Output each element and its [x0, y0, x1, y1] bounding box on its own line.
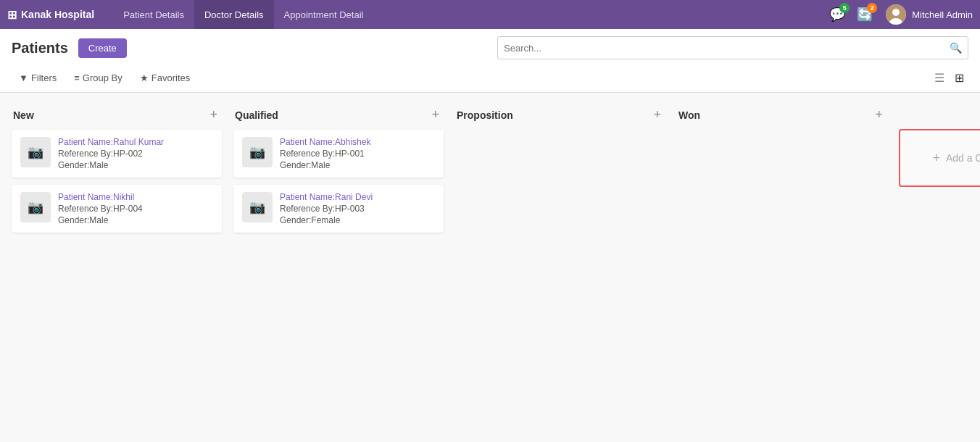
col-header-proposition: Proposition +	[455, 104, 665, 130]
col-title-won: Won	[678, 109, 700, 121]
kanban-view-button[interactable]: ⊞	[950, 68, 968, 88]
card-avatar-abhishek: 📷	[242, 137, 273, 167]
refresh-badge: 2	[867, 3, 877, 13]
groupby-button[interactable]: ≡ Group By	[67, 70, 130, 86]
search-bar: 🔍	[497, 36, 968, 59]
avatar[interactable]	[886, 4, 906, 25]
col-title-new: New	[13, 109, 34, 121]
card-name-rahul: Patient Name:Rahul Kumar	[58, 137, 213, 147]
right-icons: 💬 5 🔄 2 Mitchell Admin	[829, 4, 973, 25]
add-column-plus: +	[932, 151, 940, 166]
username[interactable]: Mitchell Admin	[912, 9, 973, 20]
nav-links: Patient Details Doctor Details Appointme…	[113, 0, 373, 29]
header-area: Patients Create 🔍 ▼ Filters ≡ Group By ★…	[0, 29, 980, 93]
app-logo[interactable]: ⊞ Kanak Hospital	[7, 8, 94, 22]
col-add-proposition[interactable]: +	[650, 107, 664, 122]
header-top: Patients Create 🔍	[0, 29, 980, 65]
column-proposition: Proposition +	[455, 104, 665, 130]
card-info-abhishek: Patient Name:Abhishek Reference By:HP-00…	[280, 137, 435, 170]
list-view-button[interactable]: ☰	[930, 68, 949, 88]
search-icon[interactable]: 🔍	[950, 42, 962, 54]
nav-doctor-details[interactable]: Doctor Details	[194, 0, 274, 29]
camera-icon-2: 📷	[28, 199, 43, 215]
card-ref-abhishek: Reference By:HP-001	[280, 149, 435, 159]
card-name-nikhil: Patient Name:Nikhil	[58, 192, 213, 202]
svg-point-1	[892, 9, 900, 16]
favorites-label: Favorites	[151, 72, 190, 83]
grid-icon: ⊞	[7, 8, 17, 22]
card-nikhil[interactable]: 📷 Patient Name:Nikhil Reference By:HP-00…	[12, 185, 222, 233]
header-bottom: ▼ Filters ≡ Group By ★ Favorites ☰ ⊞	[0, 65, 980, 92]
kanban-board: New + 📷 Patient Name:Rahul Kumar Referen…	[0, 93, 980, 436]
col-label-proposition: Proposition	[457, 109, 513, 121]
col-header-qualified: Qualified +	[233, 104, 444, 130]
column-won: Won +	[677, 104, 887, 130]
groupby-label: Group By	[83, 72, 122, 83]
card-name-rani: Patient Name:Rani Devi	[280, 192, 435, 202]
search-input[interactable]	[504, 43, 950, 54]
add-column-button[interactable]: + Add a Column	[899, 129, 980, 187]
column-new: New + 📷 Patient Name:Rahul Kumar Referen…	[12, 104, 222, 240]
card-gender-nikhil: Gender:Male	[58, 215, 213, 225]
col-header-won: Won +	[677, 104, 887, 130]
camera-icon-3: 📷	[249, 144, 265, 160]
col-add-won[interactable]: +	[872, 107, 886, 122]
nav-appointment-detail[interactable]: Appointment Detail	[274, 0, 374, 29]
card-name-abhishek: Patient Name:Abhishek	[280, 137, 435, 147]
col-label-qualified: Qualified	[235, 109, 278, 121]
top-navigation: ⊞ Kanak Hospital Patient Details Doctor …	[0, 0, 980, 29]
card-ref-nikhil: Reference By:HP-004	[58, 204, 213, 214]
create-button[interactable]: Create	[78, 38, 127, 58]
filter-group: ▼ Filters ≡ Group By ★ Favorites	[12, 70, 197, 86]
card-info-rahul: Patient Name:Rahul Kumar Reference By:HP…	[58, 137, 213, 170]
card-abhishek[interactable]: 📷 Patient Name:Abhishek Reference By:HP-…	[233, 130, 444, 178]
card-avatar-rani: 📷	[242, 192, 273, 222]
card-avatar-rahul: 📷	[20, 137, 51, 167]
groupby-icon: ≡	[74, 72, 80, 83]
camera-icon-4: 📷	[249, 199, 265, 215]
camera-icon: 📷	[28, 144, 43, 160]
chat-badge: 5	[839, 3, 850, 13]
add-column-label: Add a Column	[946, 152, 980, 164]
app-name: Kanak Hospital	[21, 9, 94, 20]
col-title-proposition: Proposition	[457, 109, 513, 121]
col-title-qualified: Qualified	[235, 109, 278, 121]
card-ref-rani: Reference By:HP-003	[280, 204, 435, 214]
card-avatar-nikhil: 📷	[20, 192, 51, 222]
card-rani[interactable]: 📷 Patient Name:Rani Devi Reference By:HP…	[233, 185, 444, 233]
card-ref-rahul: Reference By:HP-002	[58, 149, 213, 159]
card-gender-abhishek: Gender:Male	[280, 160, 435, 170]
col-header-new: New +	[12, 104, 222, 130]
page-title: Patients	[12, 40, 68, 57]
filter-icon: ▼	[19, 72, 28, 83]
nav-patient-details[interactable]: Patient Details	[113, 0, 194, 29]
view-toggle: ☰ ⊞	[930, 68, 968, 88]
card-gender-rahul: Gender:Male	[58, 160, 213, 170]
card-gender-rani: Gender:Female	[280, 215, 435, 225]
favorites-button[interactable]: ★ Favorites	[133, 70, 197, 86]
card-info-nikhil: Patient Name:Nikhil Reference By:HP-004 …	[58, 192, 213, 225]
col-label-won: Won	[678, 109, 700, 121]
star-icon: ★	[140, 72, 149, 83]
refresh-icon[interactable]: 🔄 2	[857, 7, 873, 22]
filters-label: Filters	[31, 72, 57, 83]
col-add-new[interactable]: +	[207, 107, 220, 122]
col-add-qualified[interactable]: +	[428, 107, 442, 122]
filters-button[interactable]: ▼ Filters	[12, 70, 64, 86]
card-info-rani: Patient Name:Rani Devi Reference By:HP-0…	[280, 192, 435, 225]
col-label-new: New	[13, 109, 34, 121]
chat-icon[interactable]: 💬 5	[829, 7, 845, 22]
card-rahul[interactable]: 📷 Patient Name:Rahul Kumar Reference By:…	[12, 130, 222, 178]
column-qualified: Qualified + 📷 Patient Name:Abhishek Refe…	[233, 104, 444, 240]
